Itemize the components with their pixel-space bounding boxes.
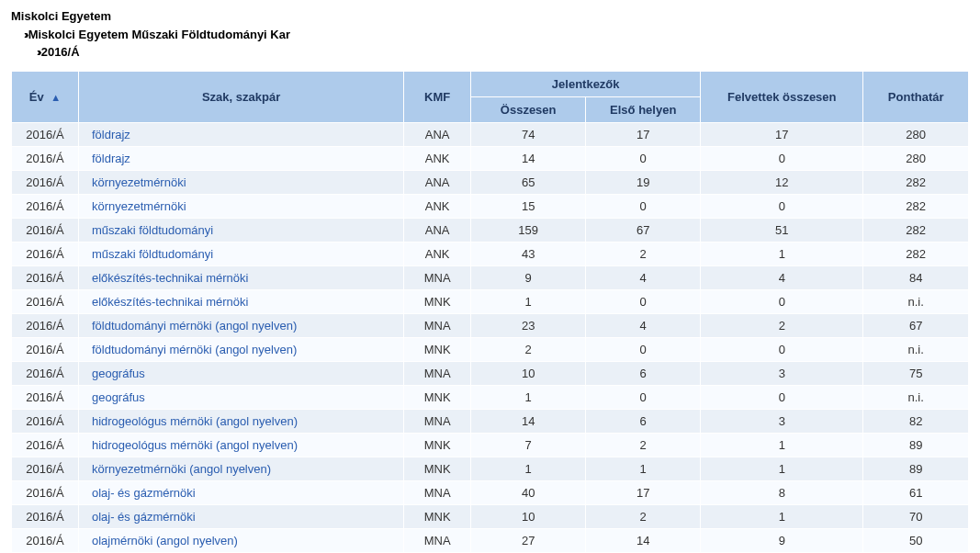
cell-elso-helyen: 19 — [586, 170, 701, 194]
col-header-szak[interactable]: Szak, szakpár — [78, 71, 403, 122]
cell-felvettek: 12 — [701, 170, 863, 194]
cell-ev: 2016/Á — [12, 480, 79, 504]
table-row: 2016/ÁföldrajzANA741717280 — [12, 122, 969, 146]
cell-felvettek: 4 — [701, 265, 863, 289]
cell-kmf: ANA — [404, 170, 471, 194]
cell-osszesen: 10 — [471, 361, 586, 385]
table-row: 2016/ÁkörnyezetmérnökiANK1500282 — [12, 194, 969, 218]
breadcrumb-arrows-icon: ›› — [37, 45, 39, 59]
cell-szak-link[interactable]: környezetmérnöki — [78, 194, 403, 218]
cell-ponthatar: 280 — [863, 122, 969, 146]
col-header-felvettek[interactable]: Felvettek összesen — [701, 71, 863, 122]
col-header-jelentkezok[interactable]: Jelentkezők — [471, 71, 701, 96]
cell-felvettek: 17 — [701, 122, 863, 146]
cell-szak-link[interactable]: földrajz — [78, 122, 403, 146]
table-row: 2016/Áműszaki földtudományiANA1596751282 — [12, 218, 969, 242]
cell-osszesen: 1 — [471, 289, 586, 313]
cell-felvettek: 1 — [701, 504, 863, 528]
cell-ev: 2016/Á — [12, 457, 79, 480]
cell-felvettek: 3 — [701, 361, 863, 385]
table-body: 2016/ÁföldrajzANA7417172802016/Áföldrajz… — [12, 122, 969, 553]
cell-felvettek: 1 — [701, 242, 863, 265]
breadcrumb-l3: ››2016/Á — [11, 43, 969, 62]
col-header-ponthatar[interactable]: Ponthatár — [863, 71, 969, 122]
cell-kmf: MNA — [404, 480, 471, 504]
cell-szak-link[interactable]: földtudományi mérnöki (angol nyelven) — [78, 313, 403, 337]
cell-ponthatar: 282 — [863, 242, 969, 265]
cell-ponthatar: 282 — [863, 218, 969, 242]
cell-kmf: MNA — [404, 265, 471, 289]
cell-ponthatar: 282 — [863, 194, 969, 218]
cell-felvettek: 51 — [701, 218, 863, 242]
cell-kmf: MNA — [404, 313, 471, 337]
col-header-osszesen[interactable]: Összesen — [471, 96, 586, 122]
cell-felvettek: 0 — [701, 194, 863, 218]
table-row: 2016/Áhidrogeológus mérnöki (angol nyelv… — [12, 433, 969, 457]
cell-osszesen: 7 — [471, 433, 586, 457]
cell-kmf: MNA — [404, 409, 471, 433]
cell-szak-link[interactable]: környezetmérnöki (angol nyelven) — [78, 457, 403, 480]
cell-ev: 2016/Á — [12, 122, 79, 146]
cell-felvettek: 0 — [701, 289, 863, 313]
cell-szak-link[interactable]: olaj- és gázmérnöki — [78, 480, 403, 504]
cell-osszesen: 27 — [471, 528, 586, 552]
cell-ponthatar: 282 — [863, 170, 969, 194]
cell-kmf: ANK — [404, 194, 471, 218]
cell-elso-helyen: 67 — [586, 218, 701, 242]
cell-szak-link[interactable]: geográfus — [78, 361, 403, 385]
cell-elso-helyen: 0 — [586, 146, 701, 170]
cell-osszesen: 43 — [471, 242, 586, 265]
cell-felvettek: 1 — [701, 457, 863, 480]
col-header-elso-helyen[interactable]: Első helyen — [586, 96, 701, 122]
cell-ponthatar: 280 — [863, 146, 969, 170]
cell-ponthatar: 70 — [863, 504, 969, 528]
cell-szak-link[interactable]: földrajz — [78, 146, 403, 170]
table-row: 2016/ÁgeográfusMNK100n.i. — [12, 385, 969, 409]
cell-ev: 2016/Á — [12, 218, 79, 242]
cell-felvettek: 2 — [701, 313, 863, 337]
cell-szak-link[interactable]: hidrogeológus mérnöki (angol nyelven) — [78, 409, 403, 433]
cell-elso-helyen: 6 — [586, 409, 701, 433]
cell-ponthatar: n.i. — [863, 289, 969, 313]
cell-osszesen: 1 — [471, 457, 586, 480]
cell-szak-link[interactable]: földtudományi mérnöki (angol nyelven) — [78, 337, 403, 361]
sort-asc-icon: ▲ — [51, 92, 61, 103]
col-header-kmf[interactable]: KMF — [404, 71, 471, 122]
table-row: 2016/Áolaj- és gázmérnökiMNA4017861 — [12, 480, 969, 504]
cell-szak-link[interactable]: olaj- és gázmérnöki — [78, 504, 403, 528]
cell-kmf: MNK — [404, 457, 471, 480]
cell-kmf: MNK — [404, 433, 471, 457]
cell-ev: 2016/Á — [12, 242, 79, 265]
cell-elso-helyen: 0 — [586, 194, 701, 218]
cell-elso-helyen: 6 — [586, 361, 701, 385]
cell-kmf: MNA — [404, 361, 471, 385]
cell-szak-link[interactable]: előkészítés-technikai mérnöki — [78, 265, 403, 289]
cell-ev: 2016/Á — [12, 337, 79, 361]
cell-kmf: ANA — [404, 218, 471, 242]
data-table: Év ▲ Szak, szakpár KMF Jelentkezők Felve… — [11, 71, 969, 554]
cell-ev: 2016/Á — [12, 265, 79, 289]
cell-elso-helyen: 0 — [586, 289, 701, 313]
cell-osszesen: 15 — [471, 194, 586, 218]
cell-kmf: ANA — [404, 122, 471, 146]
table-row: 2016/Áelőkészítés-technikai mérnökiMNK10… — [12, 289, 969, 313]
col-header-ev[interactable]: Év ▲ — [12, 71, 79, 122]
breadcrumb-l1: Miskolci Egyetem — [11, 7, 969, 26]
table-row: 2016/Áolaj- és gázmérnökiMNK102170 — [12, 504, 969, 528]
cell-kmf: ANK — [404, 242, 471, 265]
cell-szak-link[interactable]: olajmérnöki (angol nyelven) — [78, 528, 403, 552]
cell-ev: 2016/Á — [12, 528, 79, 552]
cell-szak-link[interactable]: műszaki földtudományi — [78, 242, 403, 265]
cell-szak-link[interactable]: előkészítés-technikai mérnöki — [78, 289, 403, 313]
cell-szak-link[interactable]: hidrogeológus mérnöki (angol nyelven) — [78, 433, 403, 457]
cell-szak-link[interactable]: műszaki földtudományi — [78, 218, 403, 242]
cell-ponthatar: n.i. — [863, 385, 969, 409]
cell-osszesen: 74 — [471, 122, 586, 146]
table-row: 2016/Áhidrogeológus mérnöki (angol nyelv… — [12, 409, 969, 433]
cell-szak-link[interactable]: geográfus — [78, 385, 403, 409]
table-row: 2016/Áföldtudományi mérnöki (angol nyelv… — [12, 337, 969, 361]
cell-kmf: MNA — [404, 528, 471, 552]
table-row: 2016/ÁkörnyezetmérnökiANA651912282 — [12, 170, 969, 194]
cell-szak-link[interactable]: környezetmérnöki — [78, 170, 403, 194]
cell-felvettek: 3 — [701, 409, 863, 433]
